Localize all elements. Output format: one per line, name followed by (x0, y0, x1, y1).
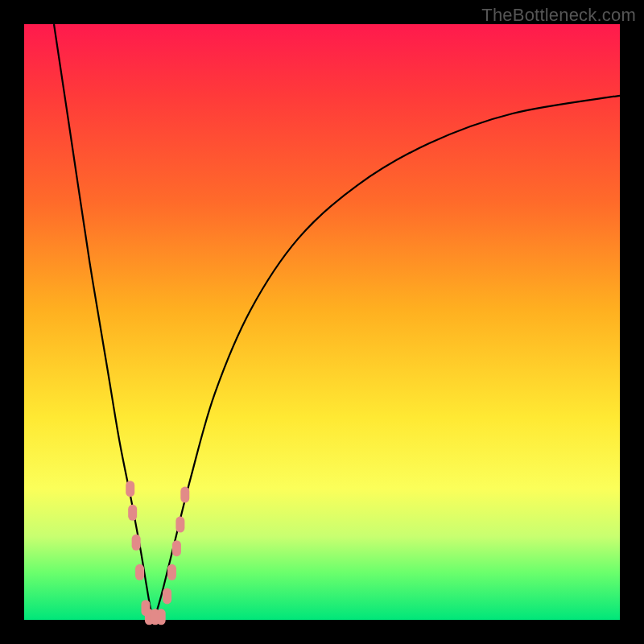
chart-frame: TheBottleneck.com (0, 0, 644, 644)
config-marker (163, 588, 171, 604)
attribution-text: TheBottleneck.com (481, 5, 636, 26)
config-marker (135, 564, 144, 580)
marker-group (126, 481, 189, 625)
config-marker (175, 517, 184, 533)
config-marker (172, 540, 181, 556)
config-marker (132, 535, 141, 551)
curve-right-branch (154, 96, 620, 620)
config-marker (167, 564, 176, 580)
config-marker (157, 609, 166, 625)
curve-left-branch (54, 24, 154, 620)
config-marker (128, 505, 137, 521)
bottleneck-curve-svg (24, 24, 620, 620)
config-marker (180, 487, 189, 503)
config-marker (126, 481, 134, 497)
plot-area (24, 24, 620, 620)
